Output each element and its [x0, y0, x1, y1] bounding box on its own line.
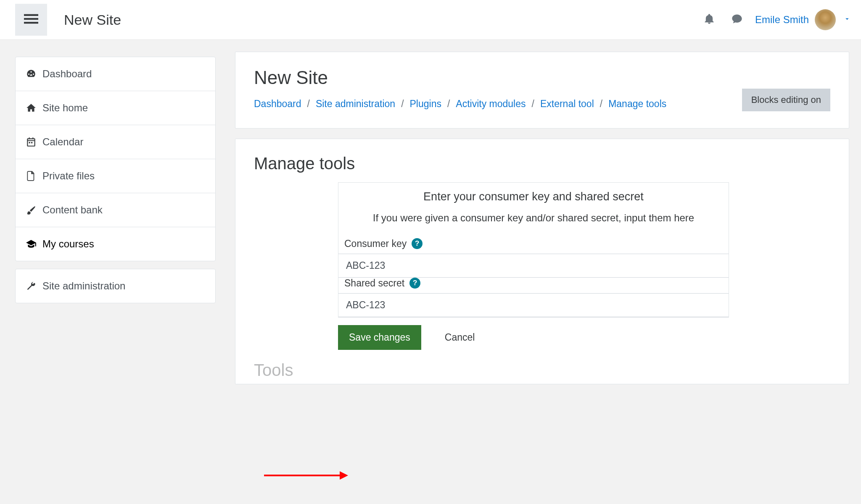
- breadcrumb-sep: /: [600, 98, 602, 110]
- tools-heading: Tools: [254, 361, 830, 380]
- sidebar-item-label: Private files: [42, 170, 95, 182]
- save-button[interactable]: Save changes: [338, 325, 421, 350]
- breadcrumb-link[interactable]: Dashboard: [254, 98, 301, 110]
- form-actions: Save changes Cancel: [338, 325, 830, 350]
- sidebar-item-label: Site administration: [42, 280, 125, 292]
- breadcrumb-sep: /: [532, 98, 534, 110]
- user-name-link[interactable]: Emile Smith: [755, 14, 809, 26]
- messages-button[interactable]: [727, 10, 747, 29]
- sidebar-item-label: Dashboard: [42, 68, 92, 80]
- chat-icon: [731, 13, 743, 27]
- sidebar-item-dashboard[interactable]: Dashboard: [16, 57, 215, 91]
- sidebar-item-calendar[interactable]: Calendar: [16, 125, 215, 159]
- credentials-form: Enter your consumer key and shared secre…: [338, 182, 729, 318]
- breadcrumb-link[interactable]: Manage tools: [608, 98, 666, 110]
- page-title: New Site: [254, 67, 830, 88]
- caret-down-icon: [843, 15, 851, 24]
- annotation-arrow: [264, 470, 348, 483]
- svg-marker-4: [340, 471, 348, 480]
- page-header-card: New Site Dashboard / Site administration…: [235, 52, 849, 129]
- consumer-key-label: Consumer key ?: [338, 238, 729, 254]
- notifications-button[interactable]: [700, 10, 719, 29]
- form-description: If you were given a consumer key and/or …: [338, 211, 729, 238]
- wrench-icon: [26, 281, 42, 291]
- manage-tools-card: Manage tools Enter your consumer key and…: [235, 139, 849, 384]
- sidebar-item-contentbank[interactable]: Content bank: [16, 193, 215, 227]
- brush-icon: [26, 205, 42, 215]
- avatar[interactable]: [815, 9, 836, 30]
- user-menu-toggle[interactable]: [843, 15, 851, 25]
- shared-secret-input[interactable]: [338, 293, 729, 317]
- help-icon[interactable]: ?: [409, 278, 420, 289]
- home-icon: [26, 102, 42, 113]
- breadcrumb-link[interactable]: Site administration: [316, 98, 395, 110]
- sidebar-item-label: Calendar: [42, 136, 83, 148]
- cancel-button[interactable]: Cancel: [445, 332, 475, 343]
- svg-rect-2: [24, 22, 38, 24]
- form-title: Enter your consumer key and shared secre…: [338, 190, 729, 211]
- calendar-icon: [26, 136, 42, 147]
- main: New Site Dashboard / Site administration…: [229, 40, 861, 394]
- bell-icon: [703, 13, 715, 27]
- svg-rect-0: [24, 14, 38, 16]
- breadcrumb-link[interactable]: Activity modules: [456, 98, 526, 110]
- sidebar-item-mycourses[interactable]: My courses: [16, 227, 215, 261]
- hamburger-icon: [24, 12, 38, 28]
- breadcrumb-link[interactable]: Plugins: [410, 98, 441, 110]
- svg-rect-1: [24, 18, 38, 19]
- sidebar-item-label: My courses: [42, 238, 94, 250]
- help-icon[interactable]: ?: [412, 238, 423, 249]
- blocks-editing-button[interactable]: Blocks editing on: [742, 89, 830, 111]
- dashboard-icon: [26, 68, 42, 79]
- breadcrumb-sep: /: [447, 98, 450, 110]
- nav-toggle-button[interactable]: [15, 4, 47, 36]
- breadcrumb-link[interactable]: External tool: [540, 98, 594, 110]
- sidebar: Dashboard Site home Calendar Private fil…: [0, 40, 229, 394]
- sidebar-item-privatefiles[interactable]: Private files: [16, 159, 215, 193]
- sidebar-item-label: Content bank: [42, 204, 103, 216]
- consumer-key-input[interactable]: [338, 254, 729, 278]
- section-title: Manage tools: [254, 154, 830, 173]
- site-brand[interactable]: New Site: [64, 12, 121, 28]
- nav-block-admin: Site administration: [15, 269, 216, 303]
- sidebar-item-sitehome[interactable]: Site home: [16, 91, 215, 125]
- file-icon: [26, 171, 42, 181]
- graduation-cap-icon: [26, 239, 42, 249]
- breadcrumb-sep: /: [401, 98, 404, 110]
- sidebar-item-label: Site home: [42, 102, 88, 114]
- breadcrumb-sep: /: [307, 98, 310, 110]
- shared-secret-label: Shared secret ?: [338, 278, 729, 293]
- nav-block-main: Dashboard Site home Calendar Private fil…: [15, 57, 216, 261]
- sidebar-item-siteadmin[interactable]: Site administration: [16, 269, 215, 303]
- topbar: New Site Emile Smith: [0, 0, 861, 40]
